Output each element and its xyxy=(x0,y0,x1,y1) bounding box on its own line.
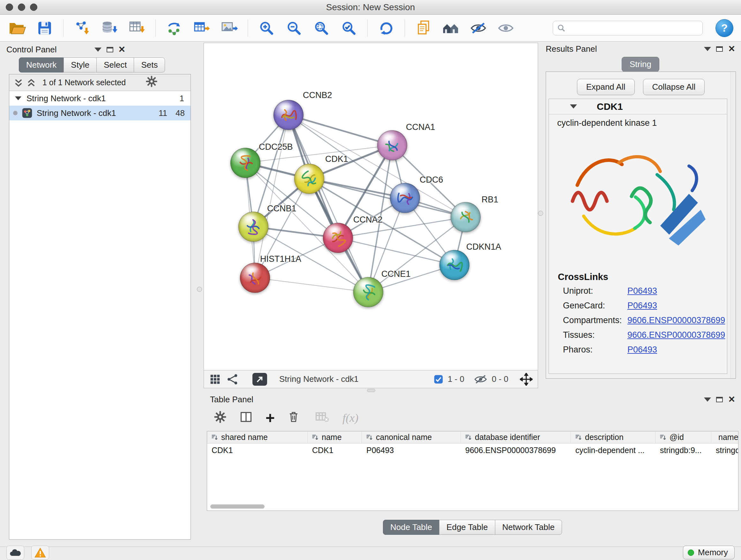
network-options-button[interactable] xyxy=(145,75,158,90)
pan-tool-button[interactable] xyxy=(520,373,533,386)
open-session-button[interactable] xyxy=(6,18,29,38)
tab-node-table[interactable]: Node Table xyxy=(383,520,440,535)
cell-namespace[interactable]: stringdb xyxy=(711,443,738,457)
table-options-button[interactable] xyxy=(214,411,226,426)
save-session-button[interactable] xyxy=(33,18,56,38)
search-input[interactable] xyxy=(569,23,698,33)
horizontal-splitter-handle[interactable] xyxy=(367,389,375,392)
cell-id[interactable]: stringdb:9... xyxy=(656,443,711,457)
collapse-all-icon[interactable] xyxy=(14,78,23,87)
panel-float-icon[interactable] xyxy=(716,397,723,402)
tab-string[interactable]: String xyxy=(622,57,659,72)
tree-expander-icon[interactable] xyxy=(15,97,21,100)
zoom-out-button[interactable] xyxy=(282,18,306,38)
documents-button[interactable] xyxy=(412,18,435,38)
import-table-button[interactable] xyxy=(125,18,148,38)
column-header-namespace[interactable]: namespace xyxy=(711,431,738,443)
expand-all-icon[interactable] xyxy=(27,78,36,87)
hide-graphics-details-button[interactable] xyxy=(467,18,490,38)
panel-float-icon[interactable] xyxy=(716,46,723,52)
column-header-name[interactable]: name xyxy=(308,431,362,443)
window-zoom-button[interactable] xyxy=(30,3,37,11)
export-image-button[interactable] xyxy=(218,18,241,38)
card-expander-icon[interactable] xyxy=(570,105,577,109)
column-header-id[interactable]: @id xyxy=(656,431,711,443)
compartments-link[interactable]: 9606.ENSP00000378699 xyxy=(627,315,725,325)
network-node-rb1[interactable] xyxy=(451,202,481,232)
zoom-fit-button[interactable] xyxy=(310,18,333,38)
network-node-cdk1[interactable] xyxy=(294,164,324,194)
add-column-button[interactable]: + xyxy=(266,410,275,426)
export-table-button[interactable] xyxy=(190,18,213,38)
uniprot-link[interactable]: P06493 xyxy=(627,286,657,296)
network-node-ccne1[interactable] xyxy=(353,277,383,307)
network-node-ccna1[interactable] xyxy=(377,130,407,160)
panel-close-icon[interactable]: ✕ xyxy=(118,45,126,54)
genecard-link[interactable]: P06493 xyxy=(627,301,657,311)
left-splitter-handle[interactable] xyxy=(197,287,202,292)
network-tree-root-row[interactable]: String Network - cdk1 1 xyxy=(9,91,191,106)
cell-database-identifier[interactable]: 9606.ENSP00000378699 xyxy=(461,443,571,457)
tab-network[interactable]: Network xyxy=(19,57,64,72)
cell-shared-name[interactable]: CDK1 xyxy=(207,443,308,457)
network-node-cdc25b[interactable] xyxy=(230,148,260,178)
cell-canonical-name[interactable]: P06493 xyxy=(362,443,461,457)
navigator-button[interactable] xyxy=(440,18,462,38)
horizontal-scrollbar[interactable] xyxy=(210,504,265,509)
warnings-button[interactable] xyxy=(31,546,49,560)
window-minimize-button[interactable] xyxy=(18,3,25,11)
network-node-hist1h1a[interactable] xyxy=(240,263,270,293)
open-in-window-button[interactable] xyxy=(253,373,267,386)
network-tree-child-row[interactable]: String Network - cdk1 11 48 xyxy=(9,106,191,120)
tab-select[interactable]: Select xyxy=(96,57,134,72)
panel-collapse-icon[interactable] xyxy=(94,48,102,52)
collapse-all-button[interactable]: Collapse All xyxy=(643,79,705,95)
hidden-eye-slash-icon[interactable] xyxy=(474,374,487,384)
share-network-button[interactable] xyxy=(226,373,239,386)
network-node-ccnb2[interactable] xyxy=(273,100,304,130)
function-builder-button[interactable]: f(x) xyxy=(342,411,358,425)
zoom-selected-button[interactable] xyxy=(337,18,360,38)
cell-name[interactable]: CDK1 xyxy=(308,443,362,457)
table-row[interactable]: CDK1 CDK1 P06493 9606.ENSP00000378699 cy… xyxy=(207,443,738,457)
window-close-button[interactable] xyxy=(6,3,13,11)
network-node-cdc6[interactable] xyxy=(390,183,420,213)
import-network-database-button[interactable] xyxy=(98,18,121,38)
expand-all-button[interactable]: Expand All xyxy=(577,79,635,95)
panel-close-icon[interactable]: ✕ xyxy=(728,45,735,53)
column-header-shared-name[interactable]: shared name xyxy=(207,431,308,443)
tissues-link[interactable]: 9606.ENSP00000378699 xyxy=(627,330,725,340)
network-node-ccna2[interactable] xyxy=(323,223,353,253)
column-header-database-identifier[interactable]: database identifier xyxy=(461,431,571,443)
column-header-canonical-name[interactable]: canonical name xyxy=(362,431,461,443)
cell-description[interactable]: cyclin-dependent ... xyxy=(571,443,656,457)
network-node-ccnb1[interactable] xyxy=(239,212,268,242)
selected-checkbox-icon[interactable] xyxy=(434,374,443,384)
show-graphics-details-button[interactable] xyxy=(494,18,517,38)
import-network-file-button[interactable] xyxy=(71,18,93,38)
network-from-selection-button[interactable] xyxy=(163,18,186,38)
tab-sets[interactable]: Sets xyxy=(134,57,165,72)
right-splitter-handle[interactable] xyxy=(538,211,543,216)
tab-network-table[interactable]: Network Table xyxy=(495,520,562,535)
tab-edge-table[interactable]: Edge Table xyxy=(439,520,495,535)
panel-collapse-icon[interactable] xyxy=(704,397,711,401)
network-canvas[interactable]: CCNB2CCNA1CDC25BCDK1CDC6RB1CCNB1CCNA2CDK… xyxy=(204,43,538,370)
pharos-link[interactable]: P06493 xyxy=(627,345,657,355)
panel-float-icon[interactable] xyxy=(107,47,113,52)
tab-style[interactable]: Style xyxy=(64,57,97,72)
memory-button[interactable]: Memory xyxy=(683,546,735,559)
column-header-description[interactable]: description xyxy=(571,431,656,443)
panel-close-icon[interactable]: ✕ xyxy=(728,395,735,404)
delete-table-button[interactable] xyxy=(316,411,329,425)
results-scrollbar[interactable] xyxy=(731,72,736,378)
show-columns-button[interactable] xyxy=(240,412,252,425)
cloud-button[interactable] xyxy=(6,546,24,560)
panel-collapse-icon[interactable] xyxy=(704,47,711,51)
grid-view-button[interactable] xyxy=(209,373,221,385)
apply-preferred-layout-button[interactable] xyxy=(375,18,398,38)
network-node-cdkn1a[interactable] xyxy=(440,250,469,280)
zoom-in-button[interactable] xyxy=(255,18,278,38)
help-button[interactable]: ? xyxy=(716,19,733,37)
protein-card-header[interactable]: CDK1 xyxy=(549,99,727,114)
